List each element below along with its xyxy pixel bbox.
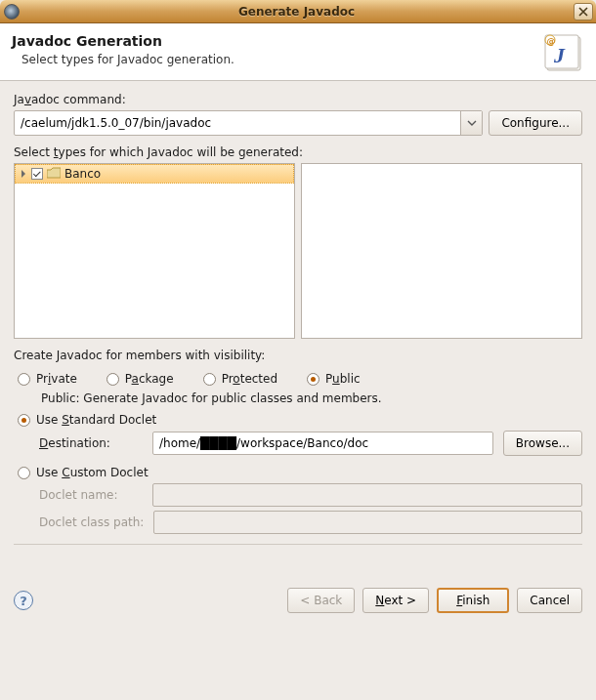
banner-heading: Javadoc Generation (12, 33, 584, 49)
back-button: < Back (287, 588, 355, 613)
configure-button[interactable]: Configure... (489, 110, 582, 136)
radio-private[interactable]: Private (18, 372, 77, 386)
radio-public[interactable]: Public (307, 372, 361, 386)
projects-tree[interactable]: Banco (14, 163, 295, 339)
close-button[interactable] (574, 3, 593, 21)
javadoc-command-label: Javadoc command: (14, 93, 582, 106)
types-list[interactable] (301, 163, 582, 339)
cancel-button[interactable]: Cancel (517, 588, 582, 613)
javadoc-command-input[interactable] (15, 111, 460, 135)
radio-protected[interactable]: Protected (203, 372, 277, 386)
project-name: Banco (64, 167, 101, 181)
javadoc-command-dropdown[interactable] (460, 111, 482, 135)
svg-text:@: @ (547, 36, 556, 46)
close-icon (578, 7, 588, 17)
app-icon (4, 4, 20, 20)
project-folder-icon (47, 167, 61, 182)
titlebar: Generate Javadoc (0, 0, 596, 23)
finish-button[interactable]: Finish (437, 588, 509, 613)
javadoc-icon: J @ (541, 29, 586, 74)
expand-caret-icon[interactable] (20, 167, 27, 181)
visibility-description: Public: Generate Javadoc for public clas… (41, 391, 582, 405)
help-button[interactable]: ? (14, 591, 33, 610)
doclet-classpath-label: Doclet class path: (39, 515, 144, 529)
select-types-label: Select types for which Javadoc will be g… (14, 145, 582, 159)
svg-text:J: J (553, 43, 566, 67)
separator (14, 544, 582, 545)
doclet-name-input (152, 483, 582, 507)
radio-package[interactable]: Package (106, 372, 174, 386)
doclet-classpath-input (153, 511, 582, 534)
visibility-label: Create Javadoc for members with visibili… (14, 349, 582, 362)
banner-subtitle: Select types for Javadoc generation. (21, 53, 584, 66)
browse-button[interactable]: Browse... (503, 431, 582, 456)
tree-row-banco[interactable]: Banco (15, 164, 294, 184)
destination-input[interactable] (152, 432, 493, 455)
chevron-down-icon (467, 120, 477, 126)
destination-label: Destination: (39, 436, 143, 450)
next-button[interactable]: Next > (362, 588, 429, 613)
javadoc-command-combo[interactable] (14, 110, 483, 136)
radio-custom-doclet[interactable]: Use Custom Doclet (18, 466, 582, 479)
window-title: Generate Javadoc (20, 5, 574, 19)
radio-standard-doclet[interactable]: Use Standard Doclet (18, 413, 582, 427)
checkbox-banco[interactable] (31, 168, 43, 180)
header-banner: Javadoc Generation Select types for Java… (0, 23, 596, 81)
doclet-name-label: Doclet name: (39, 488, 143, 502)
